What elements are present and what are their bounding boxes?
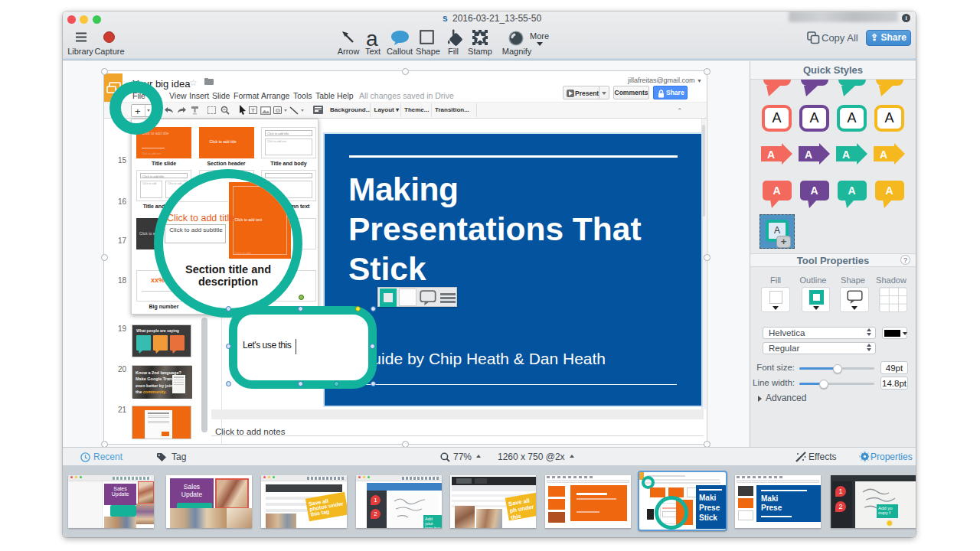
- svg-text:A: A: [805, 148, 812, 161]
- svg-text:A: A: [842, 148, 850, 161]
- svg-text:A: A: [880, 148, 887, 161]
- svg-text:A: A: [767, 148, 775, 161]
